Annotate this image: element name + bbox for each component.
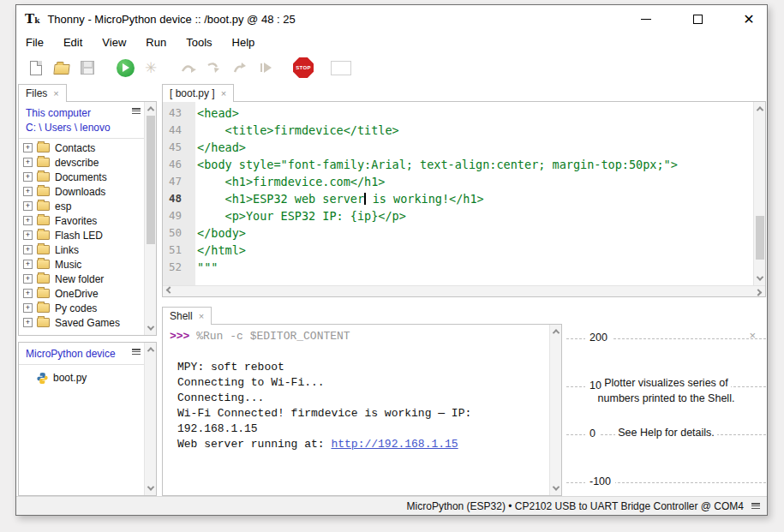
file-tree-item-music[interactable]: +Music: [19, 257, 156, 272]
expand-icon[interactable]: +: [23, 274, 33, 284]
step-out-button[interactable]: [229, 57, 251, 79]
expand-icon[interactable]: +: [23, 143, 33, 152]
code-line[interactable]: 45</head>: [163, 139, 753, 156]
tab-close-icon[interactable]: ×: [221, 88, 226, 99]
editor-hscrollbar[interactable]: [163, 285, 765, 296]
code-line[interactable]: 50</body>: [163, 224, 753, 242]
resume-button[interactable]: [254, 57, 277, 79]
scroll-down-icon[interactable]: [145, 322, 157, 334]
file-tree-item-onedrive[interactable]: +OneDrive: [19, 286, 156, 301]
code-text[interactable]: </head>: [189, 139, 246, 156]
tab-close-icon[interactable]: ×: [53, 88, 58, 99]
device-scrollbar[interactable]: [144, 343, 156, 495]
file-tree-item-devscribe[interactable]: +devscribe: [19, 155, 156, 170]
file-tree-item-esp[interactable]: +esp: [19, 199, 156, 213]
scroll-left-icon[interactable]: [164, 286, 176, 296]
debug-button[interactable]: ✳: [140, 57, 162, 79]
shell-output[interactable]: >>> %Run -c $EDITOR_CONTENT MPY: soft re…: [163, 325, 549, 495]
new-file-button[interactable]: [25, 57, 47, 79]
line-number: 49: [163, 207, 189, 224]
files-menu-icon[interactable]: [132, 108, 141, 114]
menu-run[interactable]: Run: [146, 34, 175, 51]
open-file-button[interactable]: [51, 57, 73, 79]
code-line[interactable]: 52""": [163, 259, 753, 276]
scrollbar-thumb[interactable]: [147, 116, 155, 244]
code-line[interactable]: 44 <title>firmdevice</title>: [163, 122, 753, 139]
scroll-down-icon[interactable]: [550, 482, 562, 494]
file-tree-item-links[interactable]: +Links: [19, 242, 156, 257]
tab-close-icon[interactable]: ×: [199, 311, 204, 321]
close-button-icon[interactable]: ✕: [739, 10, 758, 27]
expand-icon[interactable]: +: [23, 216, 33, 225]
file-tree-item-contacts[interactable]: +Contacts: [19, 140, 156, 155]
file-tree-item-py-codes[interactable]: +Py codes: [19, 301, 156, 315]
status-menu-icon[interactable]: [751, 503, 760, 509]
expand-icon[interactable]: +: [23, 245, 33, 254]
scroll-down-icon[interactable]: [145, 482, 157, 494]
expand-icon[interactable]: +: [23, 260, 33, 269]
server-link[interactable]: http://192.168.1.15: [331, 438, 458, 451]
minimize-button-icon[interactable]: [637, 10, 655, 27]
plotter-panel: 2001000-100 Plotter visualizes series of…: [566, 324, 766, 492]
expand-icon[interactable]: +: [23, 318, 33, 327]
stop-button[interactable]: STOP: [292, 57, 314, 79]
scroll-up-icon[interactable]: [145, 344, 157, 356]
code-text[interactable]: """: [189, 259, 218, 276]
expand-icon[interactable]: +: [23, 289, 33, 298]
save-file-button[interactable]: [76, 57, 99, 79]
file-tree-item-saved-games[interactable]: +Saved Games: [19, 315, 156, 330]
device-menu-icon[interactable]: [132, 349, 141, 355]
code-line[interactable]: 47 <h1>firmdevice.com</h1>: [163, 173, 753, 190]
code-text[interactable]: <h1>ESP32 web server is working!</h1>: [189, 190, 484, 207]
code-text[interactable]: </body>: [189, 224, 246, 242]
menu-tools[interactable]: Tools: [186, 34, 220, 51]
code-line[interactable]: 49 <p>Your ESP32 IP: {ip}</p>: [163, 207, 753, 224]
expand-icon[interactable]: +: [23, 201, 33, 211]
expand-icon[interactable]: +: [23, 230, 33, 240]
file-tree-item-flash-led[interactable]: +Flash LED: [19, 228, 156, 242]
editor-vscrollbar[interactable]: [753, 102, 765, 285]
menu-edit[interactable]: Edit: [63, 34, 91, 51]
file-tree-item-documents[interactable]: +Documents: [19, 170, 156, 184]
scroll-up-icon[interactable]: [145, 103, 157, 115]
shell-scrollbar[interactable]: [549, 325, 561, 495]
run-button[interactable]: [114, 57, 136, 79]
step-into-button[interactable]: [203, 57, 225, 79]
scroll-up-icon[interactable]: [550, 326, 562, 338]
code-text[interactable]: <title>firmdevice</title>: [189, 122, 399, 139]
expand-icon[interactable]: +: [23, 303, 33, 313]
plotter-close-icon[interactable]: ×: [749, 329, 756, 342]
device-file-bootpy[interactable]: boot.py: [19, 370, 156, 386]
file-tree-item-favorites[interactable]: +Favorites: [19, 213, 156, 228]
expand-icon[interactable]: +: [23, 158, 33, 167]
scroll-right-icon[interactable]: [752, 286, 764, 296]
menu-help[interactable]: Help: [232, 34, 264, 51]
code-text[interactable]: <p>Your ESP32 IP: {ip}</p>: [189, 207, 406, 224]
menu-file[interactable]: File: [26, 34, 52, 51]
scrollbar-thumb[interactable]: [756, 216, 764, 260]
file-tree-item-new-folder[interactable]: +New folder: [19, 272, 156, 286]
ukraine-flag-button[interactable]: [330, 57, 352, 79]
scroll-up-icon[interactable]: [754, 103, 766, 115]
tab-files[interactable]: Files ×: [18, 84, 67, 102]
code-line[interactable]: 46<body style="font-family:Arial; text-a…: [163, 156, 753, 173]
tab-shell[interactable]: Shell ×: [162, 307, 212, 325]
menu-view[interactable]: View: [102, 34, 135, 51]
folder-icon: [37, 187, 50, 196]
code-text[interactable]: <h1>firmdevice.com</h1>: [189, 173, 385, 190]
maximize-button-icon[interactable]: [688, 10, 707, 27]
expand-icon[interactable]: +: [23, 172, 33, 182]
scroll-down-icon[interactable]: [754, 272, 766, 284]
tab-bootpy[interactable]: [ boot.py ] ×: [162, 84, 234, 102]
file-tree-item-downloads[interactable]: +Downloads: [19, 184, 156, 199]
code-line[interactable]: 51</html>: [163, 242, 753, 259]
code-line[interactable]: 48 <h1>ESP32 web server is working!</h1>: [163, 190, 753, 207]
code-editor[interactable]: 43<head>44 <title>firmdevice</title>45</…: [163, 102, 753, 285]
expand-icon[interactable]: +: [23, 187, 33, 196]
files-scrollbar[interactable]: [144, 102, 156, 335]
step-over-button[interactable]: [177, 57, 200, 79]
code-text[interactable]: <head>: [189, 105, 239, 122]
code-line[interactable]: 43<head>: [163, 105, 753, 122]
code-text[interactable]: <body style="font-family:Arial; text-ali…: [189, 156, 678, 173]
code-text[interactable]: </html>: [189, 242, 246, 259]
